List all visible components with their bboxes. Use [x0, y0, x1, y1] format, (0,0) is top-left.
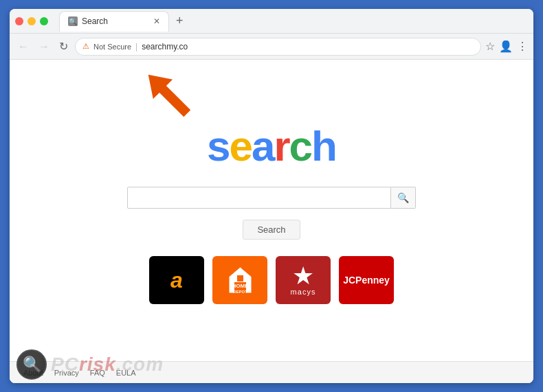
logo-letter-a: a: [252, 122, 274, 170]
tab-close-button[interactable]: ✕: [153, 16, 160, 26]
traffic-lights: [15, 17, 48, 25]
amazon-icon: a: [170, 268, 183, 293]
watermark-logo: 🔍: [16, 349, 47, 380]
minimize-button[interactable]: [27, 17, 36, 25]
title-bar: 🔍 Search ✕ +: [10, 9, 533, 34]
watermark: 🔍 PCrisk.com: [16, 349, 164, 380]
search-input[interactable]: [127, 187, 391, 209]
security-label: Not Secure: [93, 43, 131, 51]
page-content: search 🔍 Search a HO: [10, 60, 533, 383]
maximize-button[interactable]: [40, 17, 48, 25]
svg-text:HOME: HOME: [232, 283, 249, 289]
svg-rect-4: [237, 275, 243, 281]
refresh-button[interactable]: ↻: [56, 37, 71, 56]
url-text: searchmy.co: [142, 42, 188, 51]
address-actions: ☆ 👤 ⋮: [485, 40, 528, 53]
search-icon: 🔍: [397, 192, 409, 203]
search-button[interactable]: Search: [243, 220, 300, 240]
logo-letter-s: s: [207, 122, 229, 170]
amazon-logo[interactable]: a: [149, 256, 204, 304]
jcpenney-text: JCPenney: [343, 275, 390, 286]
bookmark-icon[interactable]: ☆: [485, 40, 495, 53]
watermark-text: PCrisk.com: [51, 354, 164, 376]
footer: About Privacy FAQ EULA 🔍 PCrisk.com: [10, 361, 533, 383]
brand-logos: a HOME DEPOT ★ macys JCPenne: [149, 256, 394, 304]
active-tab[interactable]: 🔍 Search ✕: [59, 11, 169, 32]
menu-icon[interactable]: ⋮: [517, 40, 528, 53]
svg-marker-0: [139, 65, 197, 124]
homedepot-icon: HOME DEPOT: [221, 262, 259, 299]
svg-text:DEPOT: DEPOT: [233, 290, 247, 294]
macys-logo[interactable]: ★ macys: [276, 256, 331, 304]
logo-letter-r: r: [274, 122, 289, 170]
security-warning-icon: ⚠: [82, 42, 89, 51]
close-button[interactable]: [15, 17, 23, 25]
address-bar: ← → ↻ ⚠ Not Secure | searchmy.co ☆ 👤 ⋮: [10, 34, 533, 60]
tab-bar: 🔍 Search ✕ +: [59, 11, 528, 32]
search-logo: search: [207, 122, 336, 170]
macys-star-icon: ★: [292, 262, 314, 290]
search-icon-button[interactable]: 🔍: [391, 187, 416, 209]
forward-button[interactable]: →: [36, 38, 52, 56]
macys-text: macys: [291, 288, 316, 296]
profile-icon[interactable]: 👤: [499, 40, 513, 53]
homedepot-logo[interactable]: HOME DEPOT: [212, 256, 267, 304]
jcpenney-logo[interactable]: JCPenney: [339, 256, 394, 304]
back-button[interactable]: ←: [15, 38, 32, 56]
logo-letter-h: h: [311, 122, 336, 170]
url-bar[interactable]: ⚠ Not Secure | searchmy.co: [75, 38, 481, 56]
new-tab-button[interactable]: +: [172, 14, 188, 28]
logo-letter-e: e: [230, 122, 252, 170]
arrow-annotation: [133, 60, 202, 131]
browser-frame: 🔍 Search ✕ + ← → ↻ ⚠ Not Secure | search…: [10, 9, 533, 383]
tab-favicon: 🔍: [68, 16, 78, 26]
tab-title: Search: [82, 16, 108, 26]
search-box-container: 🔍: [127, 187, 416, 209]
logo-letter-c: c: [289, 122, 311, 170]
